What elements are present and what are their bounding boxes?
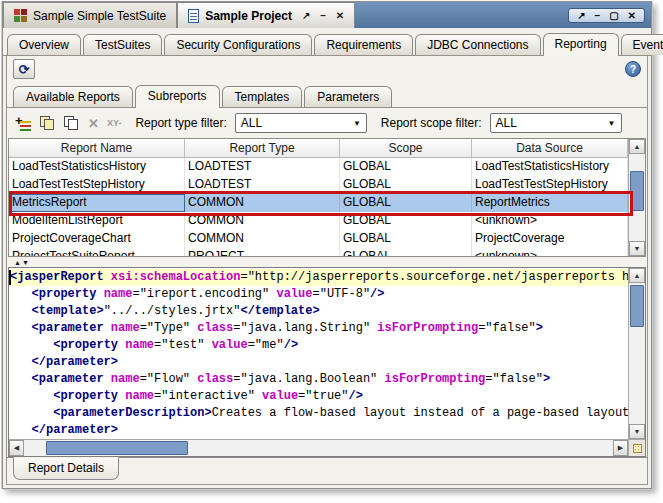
rename-report-icon[interactable]: XY-	[107, 118, 122, 128]
scroll-left-icon[interactable]: ◀	[9, 440, 24, 456]
column-header[interactable]: Data Source	[472, 139, 628, 157]
maximize-icon[interactable]: ▢	[609, 10, 618, 21]
tab-overview[interactable]: Overview	[7, 34, 81, 55]
add-subreport-icon[interactable]: +	[15, 116, 32, 131]
column-header[interactable]: Report Type	[185, 139, 340, 157]
view-tab-sample-simple-testsuite[interactable]: Sample Simple TestSuite	[3, 2, 177, 28]
code-line[interactable]: <parameter name="Type" class="java.lang.…	[9, 320, 628, 337]
table-cell[interactable]: LoadTestStatisticsHistory	[9, 158, 185, 176]
table-row[interactable]: MetricsReportCOMMONGLOBALReportMetrics	[9, 194, 628, 212]
table-cell[interactable]: <unknown>	[472, 212, 628, 230]
column-header[interactable]: Report Name	[9, 139, 185, 157]
editor-vertical-scrollbar[interactable]: ▲ ▼	[628, 268, 645, 439]
table-cell[interactable]: ModelItemListReport	[9, 212, 185, 230]
editor-horizontal-scrollbar[interactable]: ◀ ▶	[9, 439, 628, 456]
code-token: ="interactive"	[154, 389, 262, 403]
table-body: LoadTestStatisticsHistoryLOADTESTGLOBALL…	[9, 158, 628, 257]
code-token	[10, 321, 32, 335]
table-cell[interactable]: LoadTestTestStepHistory	[9, 176, 185, 194]
scroll-up-icon[interactable]: ▲	[629, 268, 645, 283]
scroll-down-icon[interactable]: ▼	[629, 424, 645, 439]
tab-requirements[interactable]: Requirements	[314, 34, 413, 55]
table-cell[interactable]: ProjectCoverage	[472, 230, 628, 248]
table-row[interactable]: ProjectCoverageChartCOMMONGLOBALProjectC…	[9, 230, 628, 248]
table-cell[interactable]: ProjectTestSuiteReport	[9, 248, 185, 257]
scrollbar-thumb[interactable]	[46, 441, 188, 455]
scrollbar-track[interactable]	[24, 440, 613, 456]
table-cell[interactable]: LoadTestTestStepHistory	[472, 176, 628, 194]
splitter-sash[interactable]: ▲ ▼	[7, 257, 647, 267]
table-row[interactable]: LoadTestTestStepHistoryLOADTESTGLOBALLoa…	[9, 176, 628, 194]
scrollbar-thumb[interactable]	[630, 171, 644, 211]
tab-events[interactable]: Events	[621, 34, 663, 55]
xml-editor-content[interactable]: <jasperReport xsi:schemaLocation="http:/…	[9, 269, 628, 439]
table-cell[interactable]: GLOBAL	[340, 212, 472, 230]
report-scope-filter-select[interactable]: ALL ▼	[490, 113, 622, 133]
table-cell[interactable]: COMMON	[185, 212, 340, 230]
table-row[interactable]: LoadTestStatisticsHistoryLOADTESTGLOBALL…	[9, 158, 628, 176]
code-line[interactable]: <template>"../../styles.jrtx"</template>	[9, 303, 628, 320]
splitter-collapse-down-icon[interactable]: ▼	[22, 259, 29, 266]
tab-security-configurations[interactable]: Security Configurations	[164, 34, 312, 55]
view-tab-sample-project[interactable]: Sample Project↗–✕	[177, 2, 355, 28]
sync-button[interactable]: ⟳	[13, 59, 35, 79]
code-token: <template>	[32, 304, 104, 318]
table-cell[interactable]: PROJECT	[185, 248, 340, 257]
restore-icon[interactable]: ↗	[577, 10, 585, 21]
table-row[interactable]: ProjectTestSuiteReportPROJECTGLOBAL<unkn…	[9, 248, 628, 257]
table-cell[interactable]: MetricsReport	[9, 194, 185, 212]
code-line[interactable]: <property name="ireport.encoding" value=…	[9, 286, 628, 303]
code-line[interactable]: <jasperReport xsi:schemaLocation="http:/…	[9, 269, 628, 286]
code-line[interactable]: <parameterDescription>Creates a flow-bas…	[9, 405, 628, 422]
delete-report-icon[interactable]: ✕	[88, 117, 99, 130]
table-cell[interactable]: COMMON	[185, 230, 340, 248]
table-cell[interactable]: <unknown>	[472, 248, 628, 257]
maximize-editor-icon	[633, 444, 642, 453]
code-line[interactable]: </parameter>	[9, 422, 628, 439]
tab-testsuites[interactable]: TestSuites	[83, 34, 162, 55]
table-cell[interactable]: LoadTestStatisticsHistory	[472, 158, 628, 176]
code-line[interactable]: <property name="test" value="me"/>	[9, 337, 628, 354]
table-cell[interactable]: LOADTEST	[185, 176, 340, 194]
restore-icon[interactable]: ↗	[302, 10, 310, 21]
minimize-icon[interactable]: –	[595, 10, 601, 21]
table-cell[interactable]: ProjectCoverageChart	[9, 230, 185, 248]
close-icon[interactable]: ✕	[628, 10, 636, 21]
report-type-filter-select[interactable]: ALL ▼	[235, 113, 367, 133]
column-header[interactable]: Scope	[340, 139, 472, 157]
copy-report-icon[interactable]	[40, 116, 56, 131]
code-token: name	[104, 287, 133, 301]
close-icon[interactable]: ✕	[336, 10, 344, 21]
editor-corner-button[interactable]	[628, 439, 645, 456]
code-line[interactable]: </parameter>	[9, 354, 628, 371]
scroll-up-icon[interactable]: ▲	[629, 139, 645, 154]
table-cell[interactable]: GLOBAL	[340, 176, 472, 194]
help-icon[interactable]: ?	[625, 61, 641, 77]
scroll-down-icon[interactable]: ▼	[629, 241, 645, 256]
tab-reporting[interactable]: Reporting	[543, 33, 619, 56]
scrollbar-thumb[interactable]	[630, 285, 644, 327]
table-cell[interactable]: COMMON	[185, 194, 340, 212]
subtab-subreports[interactable]: Subreports	[135, 85, 220, 108]
table-row[interactable]: ModelItemListReportCOMMONGLOBAL<unknown>	[9, 212, 628, 230]
bottomtab-report-details[interactable]: Report Details	[13, 457, 119, 480]
subtab-available-reports[interactable]: Available Reports	[13, 86, 133, 107]
table-cell[interactable]: GLOBAL	[340, 248, 472, 257]
table-cell[interactable]: LOADTEST	[185, 158, 340, 176]
table-cell[interactable]: GLOBAL	[340, 230, 472, 248]
clone-report-icon[interactable]	[64, 116, 80, 131]
subtab-templates[interactable]: Templates	[222, 86, 303, 107]
minimize-icon[interactable]: –	[320, 10, 326, 21]
table-vertical-scrollbar[interactable]: ▲ ▼	[628, 139, 645, 256]
scroll-right-icon[interactable]: ▶	[613, 440, 628, 456]
tab-jdbc-connections[interactable]: JDBC Connections	[415, 34, 540, 55]
table-cell[interactable]: ReportMetrics	[472, 194, 628, 212]
xml-source-editor[interactable]: <jasperReport xsi:schemaLocation="http:/…	[8, 267, 646, 457]
code-token: "../../styles.jrtx"	[104, 304, 241, 318]
code-line[interactable]: <property name="interactive" value="true…	[9, 388, 628, 405]
splitter-collapse-up-icon[interactable]: ▲	[14, 259, 21, 266]
subtab-parameters[interactable]: Parameters	[304, 86, 392, 107]
code-line[interactable]: <parameter name="Flow" class="java.lang.…	[9, 371, 628, 388]
table-cell[interactable]: GLOBAL	[340, 158, 472, 176]
table-cell[interactable]: GLOBAL	[340, 194, 472, 212]
